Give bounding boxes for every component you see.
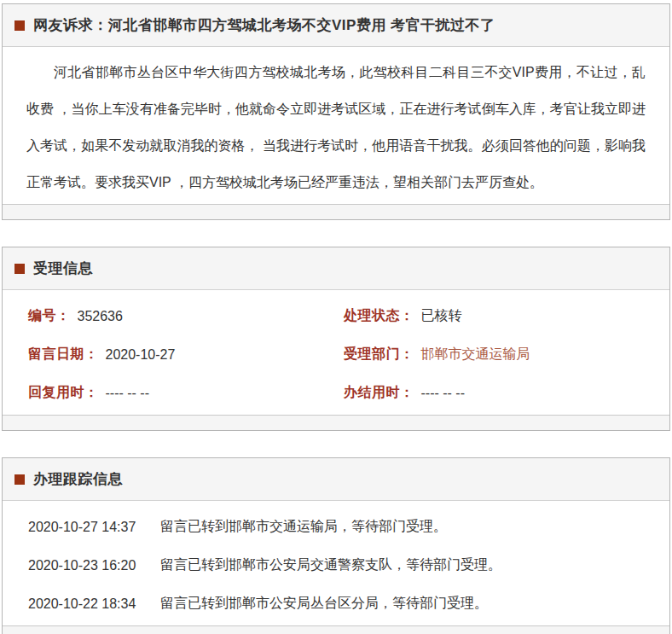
acceptance-header: 受理信息 <box>3 247 669 290</box>
complaint-header: 网友诉求：河北省邯郸市四方驾城北考场不交VIP费用 考官干扰过不了 <box>3 4 669 47</box>
acceptance-title: 受理信息 <box>33 259 93 278</box>
complaint-footer-strip <box>3 204 669 219</box>
tracking-title: 办理跟踪信息 <box>33 469 123 489</box>
tracking-message: 留言已转到邯郸市公安局交通警察支队，等待部门受理。 <box>160 556 669 574</box>
field-accepting-department: 受理部门： 邯郸市交通运输局 <box>344 335 669 374</box>
field-case-number: 编号： 352636 <box>28 297 344 335</box>
field-value: ---- -- -- <box>106 386 150 401</box>
field-process-status: 处理状态： 已核转 <box>344 297 669 335</box>
field-message-date: 留言日期： 2020-10-27 <box>28 335 344 374</box>
field-label: 编号： <box>28 307 71 325</box>
field-value: 已核转 <box>421 307 462 325</box>
tracking-entry: 2020-10-23 16:20 留言已转到邯郸市公安局交通警察支队，等待部门受… <box>28 546 669 585</box>
tracking-datetime: 2020-10-22 18:34 <box>28 596 160 612</box>
complaint-body: 河北省邯郸市丛台区中华大街四方驾校城北考场，此驾校科目二科目三不交VIP费用，不… <box>3 47 669 204</box>
tracking-card: 办理跟踪信息 2020-10-27 14:37 留言已转到邯郸市交通运输局，等待… <box>2 457 670 634</box>
field-label: 回复用时： <box>28 384 99 402</box>
field-reply-duration: 回复用时： ---- -- -- <box>28 374 344 412</box>
tracking-datetime: 2020-10-23 16:20 <box>28 558 160 573</box>
field-value: 2020-10-27 <box>106 347 176 363</box>
section-bullet-icon <box>14 264 25 274</box>
tracking-entry: 2020-10-22 18:34 留言已转到邯郸市公安局丛台区分局，等待部门受理… <box>28 585 669 623</box>
section-bullet-icon <box>14 474 25 485</box>
section-bullet-icon <box>14 20 25 31</box>
acceptance-card: 受理信息 编号： 352636 处理状态： 已核转 留言日期： 2020-10-… <box>2 247 670 431</box>
acceptance-fields: 编号： 352636 处理状态： 已核转 留言日期： 2020-10-27 受理… <box>3 290 669 415</box>
field-label: 留言日期： <box>28 346 99 364</box>
tracking-message: 留言已转到邯郸市交通运输局，等待部门受理。 <box>160 518 669 536</box>
field-value: 352636 <box>78 309 123 324</box>
tracking-list: 2020-10-27 14:37 留言已转到邯郸市交通运输局，等待部门受理。 2… <box>3 501 669 625</box>
complaint-text: 河北省邯郸市丛台区中华大街四方驾校城北考场，此驾校科目二科目三不交VIP费用，不… <box>26 54 646 201</box>
petition-detail-page: 网友诉求：河北省邯郸市四方驾城北考场不交VIP费用 考官干扰过不了 河北省邯郸市… <box>0 0 672 634</box>
tracking-message: 留言已转到邯郸市公安局丛台区分局，等待部门受理。 <box>160 595 669 613</box>
field-completion-duration: 办结用时： ---- -- -- <box>344 374 669 412</box>
field-label: 处理状态： <box>344 307 414 325</box>
accepting-department-link[interactable]: 邯郸市交通运输局 <box>421 346 530 364</box>
tracking-datetime: 2020-10-27 14:37 <box>28 520 160 535</box>
complaint-title: 网友诉求：河北省邯郸市四方驾城北考场不交VIP费用 考官干扰过不了 <box>33 15 495 35</box>
field-value: ---- -- -- <box>421 386 466 401</box>
field-label: 受理部门： <box>344 346 414 364</box>
field-label: 办结用时： <box>344 384 414 402</box>
complaint-card: 网友诉求：河北省邯郸市四方驾城北考场不交VIP费用 考官干扰过不了 河北省邯郸市… <box>2 3 670 220</box>
acceptance-footer-strip <box>3 415 669 430</box>
tracking-header: 办理跟踪信息 <box>3 458 669 501</box>
tracking-entry: 2020-10-27 14:37 留言已转到邯郸市交通运输局，等待部门受理。 <box>28 508 669 546</box>
tracking-footer-strip <box>3 625 669 634</box>
